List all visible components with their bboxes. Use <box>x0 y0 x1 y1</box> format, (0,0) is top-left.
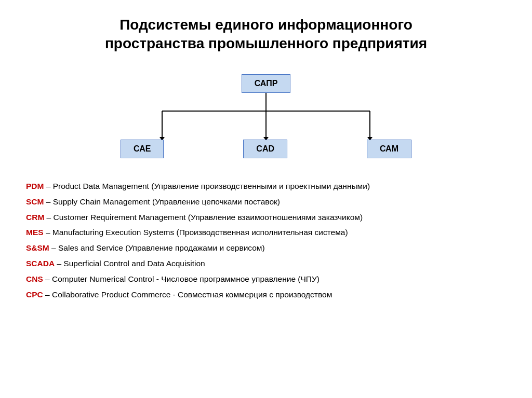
text-cns: – Computer Numerical Control - Числовое … <box>43 275 320 283</box>
text-ssm: – Sales and Service (Управление продажам… <box>49 243 265 252</box>
text-cpc: – Collaborative Product Commerce - Совме… <box>43 290 332 299</box>
abbr-cpc: CPC <box>26 290 43 299</box>
abbr-ssm: S&SM <box>26 243 49 252</box>
text-mes: – Manufacturing Execution Systems (Произ… <box>44 228 348 237</box>
def-cpc: CPC – Collaborative Product Commerce - С… <box>26 287 506 302</box>
def-ssm: S&SM – Sales and Service (Управление про… <box>26 241 506 255</box>
text-crm: – Customer Requirement Management (Управ… <box>44 213 363 222</box>
abbr-crm: CRM <box>26 213 44 222</box>
text-scada: – Superficial Control and Data Acquisiti… <box>55 259 205 268</box>
child-node-cae: САЕ <box>121 140 164 158</box>
def-mes: MES – Manufacturing Execution Systems (П… <box>26 225 506 240</box>
cam-label: САМ <box>380 144 398 153</box>
child-node-cad: CAD <box>243 140 287 158</box>
top-node-wrapper: САПР <box>242 74 291 93</box>
top-node-label: САПР <box>255 79 278 88</box>
cad-box: CAD <box>243 140 287 158</box>
abbr-scm: SCM <box>26 197 44 206</box>
def-cns: CNS – Computer Numerical Control - Число… <box>26 272 506 286</box>
definitions-list: PDM – Product Data Management (Управлени… <box>26 179 506 302</box>
abbr-pdm: PDM <box>26 182 44 190</box>
cae-box: САЕ <box>121 140 164 158</box>
cad-label: CAD <box>256 144 274 153</box>
page-title: Подсистемы единого информационного прост… <box>26 16 506 53</box>
cae-label: САЕ <box>134 144 151 153</box>
abbr-cns: CNS <box>26 275 43 283</box>
abbr-mes: MES <box>26 228 44 237</box>
text-pdm: – Product Data Management (Управление пр… <box>44 182 370 190</box>
abbr-scada: SCADA <box>26 259 55 268</box>
top-node-box: САПР <box>242 74 291 93</box>
def-pdm: PDM – Product Data Management (Управлени… <box>26 179 506 194</box>
child-nodes-row: САЕ CAD САМ <box>121 140 411 158</box>
diagram-container: САПР САЕ CAD САМ <box>26 74 506 158</box>
cam-box: САМ <box>367 140 411 158</box>
def-scm: SCM – Supply Chain Management (Управлени… <box>26 195 506 209</box>
connector-lines <box>121 93 411 140</box>
def-scada: SCADA – Superficial Control and Data Acq… <box>26 256 506 271</box>
child-node-cam: САМ <box>367 140 411 158</box>
def-crm: CRM – Customer Requirement Management (У… <box>26 210 506 225</box>
text-scm: – Supply Chain Management (Управление це… <box>44 197 280 206</box>
